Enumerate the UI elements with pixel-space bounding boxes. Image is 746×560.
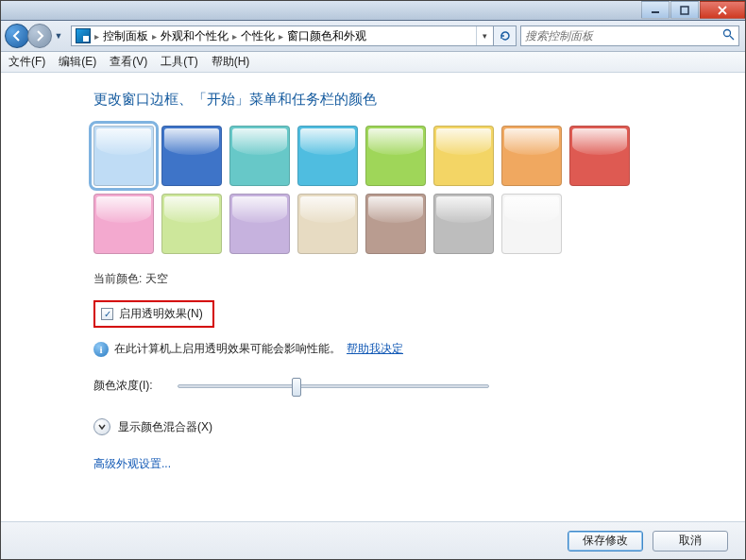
color-swatch-grid <box>93 126 660 254</box>
chevron-right-icon: ▸ <box>152 31 157 42</box>
current-color-row: 当前颜色: 天空 <box>93 271 745 287</box>
current-color-label: 当前颜色: <box>93 272 142 285</box>
color-swatch-red[interactable] <box>569 126 630 186</box>
search-input[interactable] <box>525 29 722 42</box>
cancel-button[interactable]: 取消 <box>653 531 728 552</box>
intensity-thumb[interactable] <box>292 378 301 397</box>
titlebar <box>1 1 745 21</box>
color-swatch-cyan[interactable] <box>297 126 358 186</box>
svg-rect-0 <box>652 11 659 13</box>
menu-tools[interactable]: 工具(T) <box>161 54 197 70</box>
minimize-button[interactable] <box>641 1 670 19</box>
current-color-value: 天空 <box>145 272 168 285</box>
svg-point-2 <box>724 30 731 37</box>
intensity-row: 颜色浓度(I): <box>93 378 745 394</box>
page-heading: 更改窗口边框、「开始」菜单和任务栏的颜色 <box>93 91 745 109</box>
footer: 保存修改 取消 <box>1 521 745 559</box>
breadcrumb-item[interactable]: 外观和个性化 <box>161 28 229 44</box>
advanced-link-row: 高级外观设置... <box>93 456 745 472</box>
address-bar[interactable]: ▸ 控制面板 ▸ 外观和个性化 ▸ 个性化 ▸ 窗口颜色和外观 ▾ <box>71 25 494 46</box>
nav-buttons: ▼ <box>5 24 65 48</box>
window: ▼ ▸ 控制面板 ▸ 外观和个性化 ▸ 个性化 ▸ 窗口颜色和外观 ▾ 文件(F… <box>0 0 746 560</box>
info-icon: i <box>93 342 109 357</box>
expand-mixer-button[interactable] <box>93 418 110 435</box>
mixer-label: 显示颜色混合器(X) <box>118 419 212 435</box>
search-icon[interactable] <box>722 28 735 43</box>
menu-file[interactable]: 文件(F) <box>8 54 45 70</box>
intensity-label: 颜色浓度(I): <box>93 378 153 394</box>
breadcrumb-item[interactable]: 个性化 <box>241 28 275 44</box>
color-swatch-lavender[interactable] <box>229 194 290 254</box>
color-swatch-green[interactable] <box>365 126 426 186</box>
maximize-button[interactable] <box>670 1 699 19</box>
color-swatch-brown[interactable] <box>365 194 426 254</box>
svg-rect-1 <box>681 7 688 14</box>
breadcrumb-item[interactable]: 窗口颜色和外观 <box>287 28 366 44</box>
address-dropdown[interactable]: ▾ <box>476 26 493 45</box>
transparency-label: 启用透明效果(N) <box>119 306 203 322</box>
advanced-appearance-link[interactable]: 高级外观设置... <box>93 457 171 470</box>
mixer-row: 显示颜色混合器(X) <box>93 418 745 435</box>
intensity-slider[interactable] <box>178 384 489 388</box>
transparency-highlight: ✓ 启用透明效果(N) <box>93 300 214 328</box>
chevron-right-icon: ▸ <box>232 31 237 42</box>
info-row: i 在此计算机上启用透明效果可能会影响性能。 帮助我决定 <box>93 341 745 357</box>
search-box[interactable] <box>520 25 739 46</box>
arrow-right-icon <box>33 29 46 42</box>
arrow-left-icon <box>10 29 24 42</box>
color-swatch-sky[interactable] <box>93 126 154 186</box>
color-swatch-beige[interactable] <box>297 194 358 254</box>
window-controls <box>640 1 745 20</box>
transparency-checkbox[interactable]: ✓ <box>101 308 113 320</box>
menu-help[interactable]: 帮助(H) <box>212 54 250 70</box>
info-text: 在此计算机上启用透明效果可能会影响性能。 <box>114 341 341 357</box>
content: 更改窗口边框、「开始」菜单和任务栏的颜色 当前颜色: 天空 ✓ 启用透明效果(N… <box>1 74 745 521</box>
color-swatch-blue[interactable] <box>161 126 222 186</box>
chevron-right-icon: ▸ <box>94 31 99 42</box>
color-swatch-yellow[interactable] <box>433 126 494 186</box>
help-link[interactable]: 帮助我决定 <box>347 341 403 357</box>
color-swatch-white[interactable] <box>501 194 562 254</box>
refresh-icon <box>499 29 512 42</box>
back-button[interactable] <box>5 24 29 48</box>
save-button[interactable]: 保存修改 <box>568 531 643 552</box>
chevron-down-icon <box>97 422 107 432</box>
close-button[interactable] <box>700 1 745 19</box>
color-swatch-pink[interactable] <box>93 194 154 254</box>
control-panel-icon <box>76 28 91 43</box>
navbar: ▼ ▸ 控制面板 ▸ 外观和个性化 ▸ 个性化 ▸ 窗口颜色和外观 ▾ <box>1 21 745 52</box>
menu-view[interactable]: 查看(V) <box>110 54 147 70</box>
svg-line-3 <box>730 36 734 40</box>
color-swatch-teal[interactable] <box>229 126 290 186</box>
forward-button[interactable] <box>27 24 52 48</box>
refresh-button[interactable] <box>494 25 517 46</box>
menu-edit[interactable]: 编辑(E) <box>59 54 96 70</box>
nav-history-dropdown[interactable]: ▼ <box>52 24 65 48</box>
chevron-right-icon: ▸ <box>279 31 283 42</box>
color-swatch-lime[interactable] <box>161 194 222 254</box>
menubar: 文件(F) 编辑(E) 查看(V) 工具(T) 帮助(H) <box>1 52 745 73</box>
color-swatch-orange[interactable] <box>501 126 562 186</box>
color-swatch-gray[interactable] <box>433 194 494 254</box>
breadcrumb-item[interactable]: 控制面板 <box>103 28 148 44</box>
